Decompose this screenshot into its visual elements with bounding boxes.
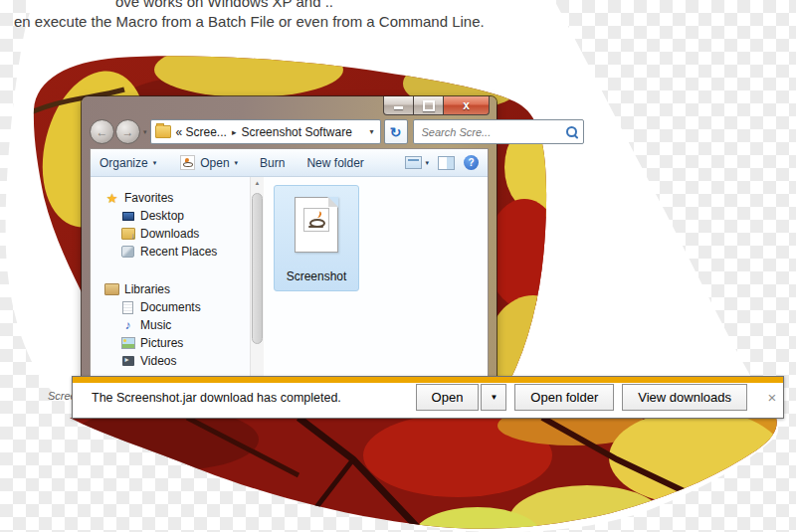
breadcrumb[interactable]: « Scree... ▸ Screenshot Software ▾	[150, 119, 381, 144]
navigation-scrollbar[interactable]: ▲	[250, 177, 264, 381]
close-icon: x	[463, 99, 470, 111]
command-toolbar: Organize ▾ Open ▾ Burn New folder ▾ ?	[91, 149, 488, 177]
refresh-icon: ↻	[390, 124, 402, 140]
downloads-label: Downloads	[140, 227, 199, 241]
change-view-button[interactable]: ▾	[405, 156, 429, 169]
search-icon	[566, 126, 577, 137]
minimize-button[interactable]	[383, 96, 414, 115]
download-message: The Screenshot.jar download has complete…	[92, 391, 341, 405]
sidebar-item-pictures[interactable]: Pictures	[91, 334, 250, 352]
burn-button[interactable]: Burn	[260, 156, 285, 170]
recent-places-label: Recent Places	[140, 245, 217, 259]
sidebar-item-libraries[interactable]: Libraries	[91, 280, 250, 298]
music-label: Music	[140, 318, 171, 332]
refresh-button[interactable]: ↻	[384, 119, 408, 144]
recent-places-icon	[120, 246, 135, 258]
sidebar-item-favorites[interactable]: ★ Favorites	[91, 189, 250, 207]
close-button[interactable]: x	[443, 96, 490, 115]
open-split-button: Open ▼	[416, 384, 507, 411]
preview-pane-icon[interactable]	[438, 156, 455, 170]
favorites-star-icon: ★	[104, 191, 119, 206]
new-folder-label: New folder	[306, 156, 363, 170]
breadcrumb-root[interactable]: « Scree...	[176, 125, 227, 139]
open-label: Open	[200, 156, 229, 170]
favorites-label: Favorites	[124, 191, 173, 205]
sidebar-item-desktop[interactable]: Desktop	[91, 207, 250, 225]
file-list-pane: Screenshot	[264, 177, 488, 381]
documents-label: Documents	[140, 300, 201, 314]
organize-label: Organize	[100, 156, 148, 170]
scrollbar-thumb[interactable]	[252, 193, 263, 344]
breadcrumb-current[interactable]: Screenshot Software	[241, 125, 351, 139]
restore-icon	[423, 100, 435, 111]
back-button[interactable]: ←	[90, 119, 114, 144]
window-client-area: Organize ▾ Open ▾ Burn New folder ▾ ?	[90, 148, 489, 381]
desktop-icon	[120, 212, 135, 221]
breadcrumb-separator-icon: ▸	[232, 127, 237, 137]
open-dropdown-button[interactable]: ▼	[481, 384, 506, 411]
folder-icon	[155, 125, 171, 138]
pictures-label: Pictures	[140, 336, 183, 350]
java-coffee-cup-icon	[303, 208, 329, 232]
burn-label: Burn	[260, 156, 285, 170]
organize-caret-icon: ▾	[153, 159, 157, 167]
breadcrumb-dropdown-caret[interactable]: ▾	[368, 127, 376, 136]
documents-icon	[120, 301, 135, 314]
back-icon: ←	[97, 125, 108, 139]
restore-button[interactable]	[413, 96, 444, 115]
chevron-down-icon: ▼	[490, 393, 498, 402]
sidebar-item-videos[interactable]: Videos	[91, 352, 250, 370]
libraries-label: Libraries	[124, 282, 170, 296]
organize-button[interactable]: Organize ▾	[100, 156, 156, 170]
navigation-pane: ★ Favorites Desktop Downloads Recent Pla…	[91, 177, 250, 381]
desktop-label: Desktop	[140, 209, 184, 223]
sidebar-item-recent-places[interactable]: Recent Places	[91, 243, 250, 261]
music-icon: ♪	[120, 318, 135, 332]
pictures-icon	[120, 337, 135, 349]
jar-file-page-icon	[295, 197, 338, 253]
download-bar-buttons: Open ▼ Open folder View downloads	[416, 384, 747, 411]
views-icon	[405, 156, 422, 169]
scroll-up-icon[interactable]: ▲	[251, 180, 264, 186]
open-button[interactable]: Open ▾	[180, 155, 238, 170]
views-caret-icon: ▾	[425, 159, 429, 167]
explorer-window: x ← → ▾ « Scree... ▸ Screenshot Software…	[82, 96, 497, 381]
sidebar-item-downloads[interactable]: Downloads	[91, 225, 250, 243]
window-caption-buttons: x	[384, 96, 490, 115]
view-downloads-button[interactable]: View downloads	[622, 384, 747, 411]
file-name-label: Screenshot	[287, 269, 347, 283]
new-folder-button[interactable]: New folder	[306, 156, 363, 170]
address-bar-row: ← → ▾ « Scree... ▸ Screenshot Software ▾…	[90, 118, 489, 145]
libraries-icon	[104, 283, 119, 295]
open-caret-icon: ▾	[235, 159, 239, 167]
sidebar-item-documents[interactable]: Documents	[91, 298, 250, 316]
article-text-line-1: ove works on Windows XP and ..	[115, 0, 333, 10]
toolbar-right-icons: ▾ ?	[405, 155, 479, 170]
forward-button[interactable]: →	[115, 119, 140, 144]
download-notification-bar: The Screenshot.jar download has complete…	[72, 376, 784, 419]
videos-label: Videos	[140, 354, 176, 368]
search-input[interactable]	[420, 125, 566, 139]
explorer-content: ★ Favorites Desktop Downloads Recent Pla…	[91, 177, 488, 381]
open-folder-button[interactable]: Open folder	[514, 384, 614, 411]
search-box[interactable]	[413, 119, 584, 144]
sidebar-item-music[interactable]: ♪ Music	[91, 316, 250, 334]
notification-close-button[interactable]: ×	[761, 389, 783, 406]
minimize-icon	[394, 106, 403, 109]
open-file-button[interactable]: Open	[416, 384, 480, 411]
article-text-line-2: en execute the Macro from a Batch File o…	[14, 13, 485, 30]
help-icon[interactable]: ?	[464, 155, 479, 170]
jar-file-icon	[180, 155, 195, 170]
forward-icon: →	[122, 125, 134, 139]
history-dropdown-caret[interactable]: ▾	[143, 128, 147, 136]
file-tile-screenshot[interactable]: Screenshot	[274, 185, 359, 291]
videos-icon	[120, 356, 135, 366]
transparent-canvas: { "page": { "text_line_1": "ove works on…	[0, 0, 796, 532]
downloads-icon	[120, 228, 135, 240]
